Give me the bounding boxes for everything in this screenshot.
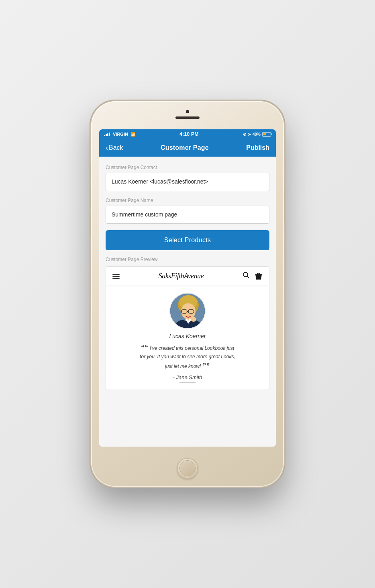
agent-section: Lucas Koerner ❝❝ I've created this perso…	[106, 286, 269, 389]
battery-fill	[263, 133, 266, 135]
menu-line-3	[112, 278, 120, 279]
store-header-icons	[243, 272, 263, 281]
location-icon: ⊙	[243, 132, 246, 137]
power-button	[284, 190, 285, 222]
menu-line-2	[112, 276, 120, 277]
signal-bar-1	[104, 135, 105, 136]
signal-bars	[104, 132, 110, 136]
earpiece-speaker	[175, 116, 200, 119]
publish-button[interactable]: Publish	[246, 144, 269, 151]
agent-signature: - Jane Smith	[173, 374, 202, 380]
store-cart-icon[interactable]	[255, 272, 263, 280]
status-right: ⊙ ➤ 40%	[243, 132, 271, 137]
preview-label: Customer Page Preview	[106, 257, 269, 262]
back-label: Back	[109, 144, 123, 151]
store-logo-text: SaksFifthAvenue	[159, 272, 204, 280]
mute-button	[90, 165, 91, 180]
signal-bar-2	[106, 134, 107, 136]
volume-down-button	[90, 213, 91, 235]
select-products-button[interactable]: Select Products	[106, 230, 269, 250]
name-label: Customer Page Name	[106, 198, 269, 203]
phone-device: VIRGIN 📶 4:10 PM ⊙ ➤ 40% ‹ Back	[91, 101, 284, 487]
navigation-icon: ➤	[248, 132, 251, 137]
contact-label: Customer Page Contact	[106, 165, 269, 170]
status-bar: VIRGIN 📶 4:10 PM ⊙ ➤ 40%	[99, 129, 276, 139]
back-chevron-icon: ‹	[106, 144, 108, 151]
name-field-group: Customer Page Name Summertime custom pag…	[106, 198, 269, 224]
name-input[interactable]: Summertime custom page	[106, 206, 269, 224]
contact-field-group: Customer Page Contact Lucas Koerner <luc…	[106, 165, 269, 191]
store-search-icon[interactable]	[243, 272, 250, 281]
carrier-label: VIRGIN	[113, 132, 128, 137]
nav-bar: ‹ Back Customer Page Publish	[99, 139, 276, 157]
agent-avatar	[169, 293, 206, 329]
svg-point-11	[191, 317, 196, 322]
message-text: I've created this personal Lookbook just…	[140, 345, 235, 369]
battery-percent-label: 40%	[253, 132, 261, 137]
battery-icon	[262, 132, 271, 137]
store-header: SaksFifthAvenue	[106, 267, 269, 286]
store-menu-icon[interactable]	[112, 274, 120, 279]
volume-up-button	[90, 186, 91, 208]
scroll-indicator	[179, 382, 196, 383]
home-button-inner	[179, 460, 196, 476]
wifi-icon: 📶	[130, 132, 135, 137]
contact-input[interactable]: Lucas Koerner <lucas@salesfloor.net>	[106, 173, 269, 191]
status-left: VIRGIN 📶	[104, 132, 135, 137]
agent-name: Lucas Koerner	[169, 333, 206, 339]
menu-line-1	[112, 274, 120, 275]
home-button[interactable]	[177, 458, 198, 479]
open-quote: ❝❝	[141, 344, 150, 351]
content-area: Customer Page Contact Lucas Koerner <luc…	[99, 157, 276, 447]
status-time: 4:10 PM	[179, 131, 198, 137]
signal-bar-3	[107, 133, 108, 136]
nav-title: Customer Page	[161, 144, 209, 151]
screen: VIRGIN 📶 4:10 PM ⊙ ➤ 40% ‹ Back	[99, 129, 276, 447]
store-logo: SaksFifthAvenue	[159, 272, 204, 280]
svg-line-1	[247, 276, 249, 278]
store-preview: SaksFifthAvenue	[106, 266, 269, 390]
close-quote: ❞❞	[201, 362, 210, 369]
scene: VIRGIN 📶 4:10 PM ⊙ ➤ 40% ‹ Back	[0, 0, 375, 588]
back-button[interactable]: ‹ Back	[106, 144, 123, 151]
agent-message: ❝❝ I've created this personal Lookbook j…	[139, 343, 236, 371]
front-camera	[186, 110, 189, 113]
signal-bar-4	[109, 133, 110, 136]
